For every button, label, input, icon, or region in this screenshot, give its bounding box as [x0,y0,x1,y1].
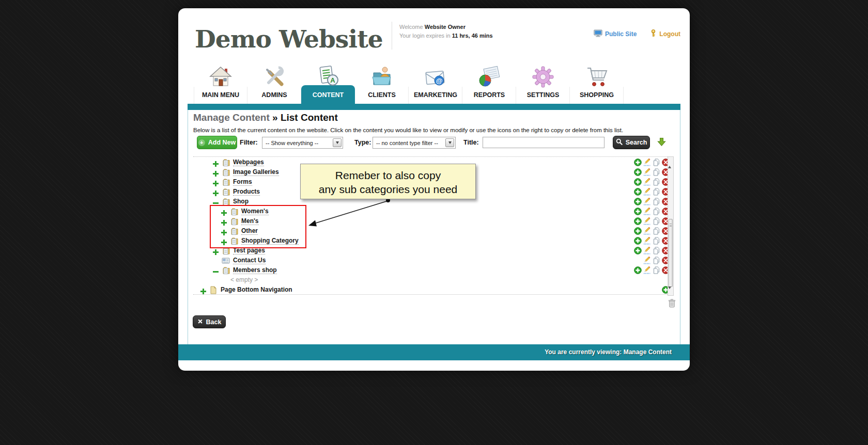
expand-tree-icon[interactable] [213,189,219,195]
chevron-down-icon[interactable] [445,138,454,147]
row-actions [632,188,670,196]
add-icon[interactable] [634,237,642,245]
edit-icon[interactable] [643,168,651,176]
expand-tree-icon[interactable] [221,218,227,224]
main-nav: MAIN MENUADMINSACONTENTCLIENTS@EMARKETIN… [194,66,624,104]
content-item-link[interactable]: Members shop [233,267,277,274]
content-item-link[interactable]: Forms [233,179,252,186]
content-item-link[interactable]: Shop [233,198,249,205]
edit-icon[interactable] [643,198,651,205]
copy-icon[interactable] [653,188,660,196]
copy-icon[interactable] [653,178,660,186]
edit-icon[interactable] [643,178,651,186]
tab-admins[interactable]: ADMINS [247,66,301,104]
add-icon[interactable] [634,217,642,225]
add-new-button[interactable]: + Add New [197,136,237,149]
document-magnifier-icon: A [317,66,339,90]
download-arrow-icon[interactable] [657,137,666,149]
edit-icon[interactable] [643,188,651,196]
edit-icon[interactable] [643,208,651,215]
public-site-label: Public Site [605,30,637,38]
welcome-block: Welcome Website Owner Your login expires… [399,23,493,40]
copy-icon[interactable] [653,168,660,176]
back-button[interactable]: Back [193,315,226,328]
row-actions [632,247,670,255]
collapse-tree-icon[interactable] [213,199,219,204]
add-icon[interactable] [634,198,642,205]
add-icon[interactable] [634,188,642,196]
content-item-link[interactable]: Webpages [233,159,264,166]
collapse-tree-icon[interactable] [213,267,219,273]
content-item-link[interactable]: Other [241,228,258,235]
folder-icon [209,286,218,294]
add-icon[interactable] [634,208,642,215]
expand-tree-icon[interactable] [221,209,227,214]
expand-tree-icon[interactable] [213,169,219,175]
tab-emarketing[interactable]: @EMARKETING [409,66,462,104]
add-icon[interactable] [634,158,642,166]
tab-main-menu[interactable]: MAIN MENU [194,66,247,104]
add-icon[interactable] [634,247,642,255]
expand-tree-icon[interactable] [221,228,227,234]
copy-icon[interactable] [653,217,660,225]
page-description: Below is a list of the current content o… [193,127,623,133]
tab-label: SETTINGS [516,91,570,99]
expand-tree-icon[interactable] [213,160,219,165]
edit-icon[interactable] [643,257,651,264]
edit-icon[interactable] [643,217,651,225]
copy-icon[interactable] [653,227,660,235]
content-item-link[interactable]: Page Bottom Navigation [221,287,292,293]
expand-tree-icon[interactable] [200,287,206,293]
content-item-link[interactable]: Contact Us [233,257,266,264]
public-site-link[interactable]: Public Site [594,29,637,39]
logout-link[interactable]: Logout [650,29,680,39]
copy-icon[interactable] [653,266,660,274]
content-item-link[interactable]: Shopping Category [241,237,299,245]
edit-icon[interactable] [643,227,651,235]
chevron-down-icon[interactable] [333,138,342,147]
content-item-link[interactable]: Products [233,188,260,196]
tab-clients[interactable]: CLIENTS [355,66,409,104]
tab-shopping[interactable]: SHOPPING [570,66,624,104]
filter-select[interactable]: -- Show everything -- [262,137,343,149]
row-actions [632,257,670,264]
filter-select-value: -- Show everything -- [266,140,318,146]
copy-icon[interactable] [653,198,660,205]
copy-icon[interactable] [653,247,660,255]
expand-tree-icon[interactable] [213,248,219,253]
copy-icon[interactable] [653,158,660,166]
title-input[interactable] [483,137,605,148]
content-item-link[interactable]: Men's [241,218,259,225]
expand-tree-icon[interactable] [213,179,219,185]
welcome-label: Welcome [399,24,423,30]
scroll-up-button[interactable] [668,157,673,163]
tab-settings[interactable]: SETTINGS [516,66,570,104]
edit-icon[interactable] [643,247,651,255]
scrollbar-thumb[interactable] [669,219,673,287]
filter-label: Filter: [240,139,258,146]
site-logo: Demo Website [195,25,383,53]
type-select[interactable]: -- no content type filter -- [373,137,456,149]
add-icon[interactable] [634,266,642,274]
edit-icon[interactable] [643,158,651,166]
search-button[interactable]: Search [613,136,650,149]
tab-content[interactable]: ACONTENT [301,66,355,104]
envelope-at-icon: @ [424,66,447,90]
add-icon[interactable] [634,168,642,176]
scroll-down-button[interactable] [668,289,674,295]
edit-icon[interactable] [643,266,651,274]
content-item-link[interactable]: Image Galleries [233,169,279,176]
expand-tree-icon[interactable] [221,238,227,244]
add-icon[interactable] [634,178,642,186]
add-icon[interactable] [634,227,642,235]
content-item-link[interactable]: Test pages [233,247,265,255]
trash-icon[interactable] [668,299,676,310]
content-item-link[interactable]: Women's [241,208,269,215]
edit-icon[interactable] [643,237,651,245]
copy-icon[interactable] [653,208,660,215]
row-actions [632,237,670,245]
copy-icon[interactable] [653,237,660,245]
tab-reports[interactable]: REPORTS [462,66,516,104]
copy-icon[interactable] [653,257,660,264]
list-scrollbar[interactable] [668,156,674,296]
